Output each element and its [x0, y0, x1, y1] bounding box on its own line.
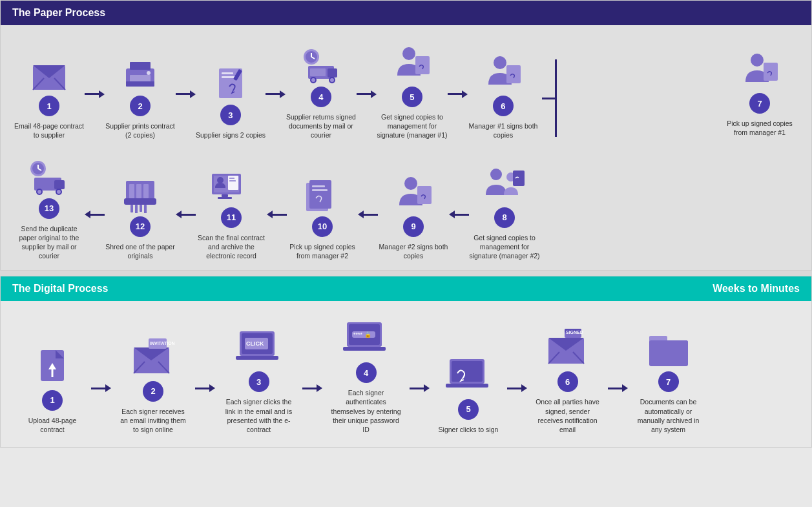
sign-laptop-icon: [444, 354, 493, 396]
click-laptop-icon: CLICK: [234, 326, 283, 368]
digital-subtitle: Weeks to Minutes: [713, 283, 800, 295]
dstep3-icon: CLICK: [234, 320, 283, 368]
step13-circle: 13: [39, 198, 59, 219]
mail-truck2-icon: [26, 160, 72, 195]
paper-row2: 13 Send the duplicate paper original to …: [14, 147, 798, 261]
step4-icon-area: [298, 35, 344, 83]
docs-icon: [303, 178, 342, 213]
dstep2-label: Each signer receives an email inviting t…: [118, 407, 189, 435]
paper-row1: 1 Email 48-page contract to supplier: [14, 35, 721, 140]
svg-rect-35: [54, 180, 65, 189]
svg-rect-52: [229, 178, 234, 179]
digital-step-7: 7 Documents can be automatically or manu…: [628, 320, 709, 434]
dstep7-circle: 7: [658, 371, 679, 392]
person-sign4-icon: [393, 174, 435, 213]
step10-label: Pick up signed copies from manager #2: [287, 242, 358, 260]
svg-rect-43: [143, 184, 149, 198]
step6-icon-area: [482, 44, 524, 92]
svg-point-24: [402, 47, 415, 60]
paper-title: The Paper Process: [12, 7, 105, 19]
svg-rect-42: [136, 184, 141, 198]
person-sign3-icon: [739, 51, 781, 90]
paper-step-5: 5 Get signed copies to management for si…: [377, 35, 448, 140]
conn-9-8: [449, 211, 469, 260]
step9-icon-area: [393, 165, 435, 213]
digital-section: The Digital Process Weeks to Minutes: [0, 276, 812, 448]
step13-icon-area: [26, 147, 72, 195]
digital-body: 1 Upload 48-page contract: [1, 301, 811, 447]
svg-rect-80: [236, 356, 278, 360]
svg-rect-45: [130, 205, 133, 212]
paper-step-10: 10 Pick up signed copies from manager #2: [287, 165, 358, 260]
step1-icon-area: [30, 44, 68, 92]
svg-text:**** 🔒: **** 🔒: [353, 331, 372, 338]
paper-step-8: 8 Get signed copies to management for si…: [469, 156, 540, 261]
dconn-4-5: [410, 384, 430, 434]
dstep6-circle: 6: [557, 371, 578, 392]
step6-label: Manager #1 signs both copies: [468, 121, 539, 140]
person-sign-icon: [391, 45, 433, 83]
step12-icon-area: [121, 165, 160, 213]
dconn-5-6: [507, 384, 527, 434]
conn-3-4: [265, 90, 286, 140]
svg-rect-87: [452, 361, 483, 382]
step8-label: Get signed copies to management for sign…: [469, 233, 540, 261]
step11-label: Scan the final contract and archive the …: [196, 233, 267, 261]
upload-doc-icon: [33, 345, 72, 387]
step10-icon-area: [303, 165, 342, 213]
conn-2-3: [176, 90, 196, 140]
step12-label: Shred one of the paper originals: [105, 242, 176, 260]
step5-icon-area: [391, 35, 433, 83]
svg-text:INVITATION: INVITATION: [150, 341, 175, 346]
digital-header: The Digital Process Weeks to Minutes: [1, 276, 811, 301]
svg-rect-7: [126, 81, 154, 87]
person-sign2-icon: [482, 54, 524, 92]
dstep3-label: Each signer clicks the link in the email…: [224, 397, 295, 434]
paper-section: The Paper Process: [0, 0, 812, 271]
dstep5-circle: 5: [458, 399, 479, 420]
step3-icon-area: [211, 53, 250, 101]
svg-rect-60: [312, 189, 328, 191]
step2-icon-area: [121, 44, 160, 92]
printer-icon: [121, 57, 160, 92]
paper-step-11: 11 Scan the final contract and archive t…: [196, 156, 267, 261]
step1-label: Email 48-page contract to supplier: [14, 121, 85, 140]
sign-doc-icon: [211, 66, 250, 101]
paper-step-7: 7 Pick up signed copies from manager #1: [721, 35, 798, 137]
step13-label: Send the duplicate paper original to the…: [14, 224, 85, 261]
envelope-icon: [30, 60, 68, 92]
dstep6-icon: SIGNED: [545, 320, 590, 368]
right-angle-conn: [542, 35, 557, 140]
mail-truck-icon: [298, 48, 344, 83]
svg-rect-46: [135, 205, 138, 213]
svg-rect-10: [222, 72, 233, 74]
step11-circle: 11: [221, 207, 242, 228]
shredder-icon: [121, 178, 160, 213]
svg-point-22: [330, 78, 334, 82]
digital-flow: 1 Upload 48-page contract: [14, 311, 798, 434]
paper-step-9: 9 Manager #2 signs both copies: [378, 165, 449, 260]
svg-point-28: [751, 54, 764, 67]
step4-circle: 4: [311, 87, 331, 107]
dconn-2-3: [195, 384, 215, 434]
step2-label: Supplier prints contract (2 copies): [105, 121, 176, 140]
scanner-icon: [209, 169, 254, 204]
step1-circle: 1: [39, 96, 59, 116]
svg-rect-56: [218, 197, 232, 199]
step2-circle: 2: [130, 96, 151, 116]
digital-step-5: 5 Signer clicks to sign: [430, 347, 507, 434]
dstep5-icon: [444, 347, 493, 396]
svg-point-26: [494, 56, 506, 69]
step11-icon-area: [209, 156, 254, 204]
conn-13-12: [85, 211, 105, 260]
password-laptop-icon: **** 🔒: [342, 317, 390, 359]
dstep4-circle: 4: [356, 362, 377, 383]
person-sign5-icon: [482, 165, 527, 204]
dstep1-icon: [33, 338, 72, 387]
svg-rect-58: [309, 180, 331, 209]
paper-step-12: 12 Shred one of the paper originals: [105, 165, 176, 260]
step5-label: Get signed copies to management for sign…: [377, 112, 448, 140]
conn-10-9: [358, 211, 378, 260]
paper-header: The Paper Process: [1, 1, 811, 25]
paper-step-3: 3 Supplier signs 2 copies: [196, 53, 265, 140]
